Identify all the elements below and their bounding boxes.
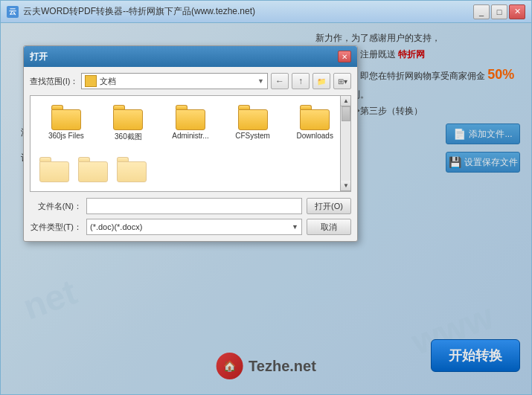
folder-icon — [117, 157, 147, 182]
filetype-combo[interactable]: (*.doc)(*.docx) ▼ — [86, 219, 302, 235]
minimize-button[interactable]: _ — [473, 4, 490, 19]
files-row2 — [31, 151, 350, 190]
title-bar-buttons: _ □ ✕ — [473, 4, 525, 19]
view-button[interactable]: ⊞▾ — [333, 73, 351, 89]
filename-label: 文件名(N)： — [30, 201, 82, 212]
folder-icon — [51, 105, 81, 130]
app-icon: 云 — [7, 6, 19, 18]
app-content: www net 新力作，为了感谢用户的支持， 注册通道，注册既送 特折网 黄金会… — [1, 23, 531, 394]
app-title-bar: 云 云夫WORD转PDF转换器--特折网旗下产品(www.tezhe.net) … — [1, 1, 531, 23]
file-name: CFSystem — [235, 132, 270, 140]
folder-icon — [238, 105, 268, 130]
list-item[interactable] — [36, 154, 72, 187]
dialog-overlay: 打开 ✕ 查找范围(I)： 文档 ▼ ← ↑ — [1, 23, 531, 394]
close-button[interactable]: ✕ — [509, 4, 525, 19]
location-icon — [85, 75, 97, 87]
dialog-close-button[interactable]: ✕ — [338, 51, 351, 62]
app-window: 云 云夫WORD转PDF转换器--特折网旗下产品(www.tezhe.net) … — [0, 0, 532, 395]
list-item[interactable]: Administr... — [161, 102, 220, 145]
new-folder-button[interactable]: 📁 — [313, 73, 330, 89]
back-button[interactable]: ← — [271, 73, 289, 89]
location-arrow-icon: ▼ — [257, 77, 264, 85]
file-name: Downloads — [296, 132, 333, 140]
folder-icon — [39, 157, 69, 182]
open-dialog: 打开 ✕ 查找范围(I)： 文档 ▼ ← ↑ — [23, 45, 358, 242]
filename-row: 文件名(N)： 打开(O) — [30, 198, 351, 214]
location-text: 文档 — [100, 76, 254, 87]
maximize-button[interactable]: □ — [491, 4, 507, 19]
files-grid: 360js Files 360截图 — [31, 96, 350, 151]
vertical-scrollbar[interactable]: ▲ ▼ — [340, 96, 350, 191]
list-item[interactable]: CFSystem — [223, 102, 283, 145]
location-combo[interactable]: 文档 ▼ — [81, 73, 268, 89]
dialog-title: 打开 — [30, 51, 48, 63]
files-area[interactable]: 360js Files 360截图 — [30, 95, 351, 192]
scroll-down-button[interactable]: ▼ — [341, 181, 351, 191]
filetype-label: 文件类型(T)： — [30, 222, 82, 233]
file-name: 360js Files — [48, 132, 84, 140]
folder-icon — [300, 105, 330, 130]
filetype-arrow-icon: ▼ — [292, 223, 298, 231]
filetype-row: 文件类型(T)： (*.doc)(*.docx) ▼ 取消 — [30, 219, 351, 235]
up-button[interactable]: ↑ — [292, 73, 310, 89]
folder-icon — [176, 105, 205, 130]
scroll-thumb[interactable] — [342, 106, 350, 121]
file-name: 360截图 — [115, 132, 142, 142]
dialog-form: 文件名(N)： 打开(O) 文件类型(T)： (*.doc)(*.docx) ▼… — [30, 198, 351, 235]
open-button[interactable]: 打开(O) — [307, 198, 351, 214]
app-title: 云夫WORD转PDF转换器--特折网旗下产品(www.tezhe.net) — [23, 5, 473, 18]
list-item[interactable]: 360js Files — [36, 102, 96, 145]
search-label: 查找范围(I)： — [30, 76, 78, 87]
list-item[interactable]: Downloads — [285, 102, 344, 145]
file-name: Administr... — [172, 132, 208, 140]
scroll-up-button[interactable]: ▲ — [341, 96, 351, 106]
dialog-body: 查找范围(I)： 文档 ▼ ← ↑ 📁 ⊞▾ — [24, 67, 357, 241]
cancel-button[interactable]: 取消 — [307, 219, 351, 235]
list-item[interactable] — [75, 154, 111, 187]
list-item[interactable] — [114, 154, 150, 187]
dialog-title-bar: 打开 ✕ — [24, 46, 357, 67]
folder-icon — [78, 157, 108, 182]
folder-icon — [113, 105, 143, 130]
scroll-track[interactable] — [341, 106, 350, 181]
filetype-value: (*.doc)(*.docx) — [90, 222, 142, 231]
list-item[interactable]: 360截图 — [99, 102, 158, 145]
dialog-toolbar: 查找范围(I)： 文档 ▼ ← ↑ 📁 ⊞▾ — [30, 73, 351, 89]
filename-input[interactable] — [86, 198, 302, 214]
